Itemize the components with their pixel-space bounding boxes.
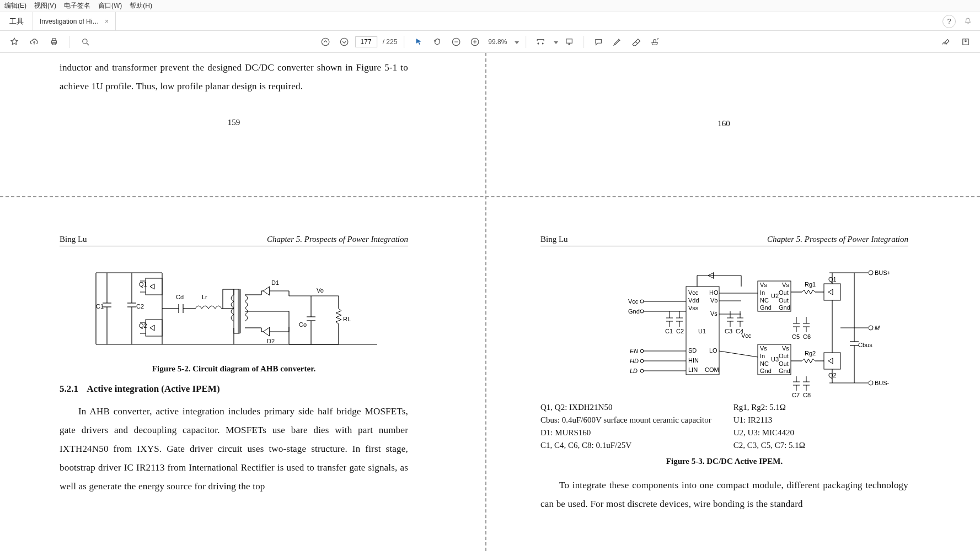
body-paragraph: In AHB converter, active integration inc… xyxy=(60,402,408,496)
share-icon[interactable] xyxy=(958,34,973,50)
pointer-tool-icon[interactable] xyxy=(411,34,426,50)
svg-text:Out: Out xyxy=(779,297,789,304)
svg-text:Gnd: Gnd xyxy=(760,304,772,311)
body-paragraph: inductor and transformer prevent the des… xyxy=(60,58,408,96)
svg-text:SD: SD xyxy=(688,347,697,354)
svg-text:Gnd: Gnd xyxy=(628,308,640,315)
menu-sign[interactable]: 电子签名 xyxy=(64,1,90,10)
svg-text:Vcc: Vcc xyxy=(688,289,699,296)
menu-window[interactable]: 窗口(W) xyxy=(98,1,122,10)
svg-point-81 xyxy=(869,381,873,385)
page-down-icon[interactable] xyxy=(336,34,352,50)
help-icon[interactable]: ? xyxy=(942,15,956,28)
menu-help[interactable]: 帮助(H) xyxy=(130,1,152,10)
tab-strip: 工具 Investigation of Hig... × ? xyxy=(0,12,980,31)
page-number-input[interactable] xyxy=(355,36,377,47)
svg-rect-27 xyxy=(146,278,162,295)
svg-text:Out: Out xyxy=(779,353,789,359)
tab-tools[interactable]: 工具 xyxy=(0,12,33,30)
svg-rect-1 xyxy=(52,39,56,41)
comment-icon[interactable] xyxy=(591,34,606,50)
fit-width-icon[interactable] xyxy=(533,34,548,50)
reflow-icon[interactable] xyxy=(561,34,577,50)
svg-text:Vb: Vb xyxy=(710,297,717,304)
svg-text:Vs: Vs xyxy=(782,282,789,288)
svg-text:Lr: Lr xyxy=(202,294,207,300)
running-header: Bing Lu Chapter 5. Prospects of Power In… xyxy=(60,235,408,246)
section-number: 5.2.1 xyxy=(60,383,78,394)
svg-text:Vdd: Vdd xyxy=(688,297,699,304)
print-icon[interactable] xyxy=(46,34,62,50)
part-spec: U2, U3: MIC4420 xyxy=(733,428,805,437)
body-paragraph: To integrate these components into one c… xyxy=(540,476,908,514)
svg-text:C6: C6 xyxy=(803,333,811,340)
part-spec: Rg1, Rg2: 5.1Ω xyxy=(733,403,805,412)
svg-point-3 xyxy=(83,39,87,43)
svg-text:Vs: Vs xyxy=(760,345,767,352)
svg-text:Vcc: Vcc xyxy=(741,332,752,339)
page-up-icon[interactable] xyxy=(318,34,333,50)
svg-text:HIN: HIN xyxy=(688,357,699,364)
svg-rect-8 xyxy=(566,39,572,43)
figure-5-2-schematic: C1 C2 Q1 Q2 xyxy=(79,256,388,361)
cloud-upload-icon[interactable] xyxy=(26,34,42,50)
svg-text:C7: C7 xyxy=(792,392,800,398)
figure-5-3-schematic: BUS+ BUS- M Q1 Q2 xyxy=(559,256,890,399)
section-title: Active integration (Active IPEM) xyxy=(87,383,219,394)
svg-point-5 xyxy=(340,38,348,46)
svg-text:C1: C1 xyxy=(96,303,104,310)
svg-rect-86 xyxy=(824,284,840,300)
highlight-icon[interactable] xyxy=(609,34,625,50)
fit-dropdown-icon[interactable] xyxy=(551,38,558,46)
svg-text:Vs: Vs xyxy=(710,310,717,317)
svg-text:C2: C2 xyxy=(676,328,684,334)
svg-point-4 xyxy=(322,38,329,46)
star-icon[interactable] xyxy=(7,34,22,50)
erase-icon[interactable] xyxy=(628,34,644,50)
tab-document[interactable]: Investigation of Hig... × xyxy=(33,12,116,30)
svg-text:C1: C1 xyxy=(665,328,673,334)
svg-text:Gnd: Gnd xyxy=(779,304,790,311)
svg-text:HD: HD xyxy=(630,358,639,364)
zoom-dropdown-icon[interactable] xyxy=(512,38,519,46)
svg-text:M: M xyxy=(875,325,880,331)
svg-text:Rg1: Rg1 xyxy=(805,281,816,288)
author-label: Bing Lu xyxy=(60,235,87,244)
part-spec: Cbus: 0.4uF/600V surface mount ceramic c… xyxy=(540,415,711,425)
sign-icon[interactable] xyxy=(938,34,954,50)
svg-text:In: In xyxy=(760,353,765,359)
tab-close-icon[interactable]: × xyxy=(105,18,109,25)
menu-view[interactable]: 视图(V) xyxy=(34,1,56,10)
zoom-in-icon[interactable] xyxy=(467,34,483,50)
svg-text:Q2: Q2 xyxy=(139,322,147,329)
document-viewport[interactable]: inductor and transformer prevent the des… xyxy=(0,53,980,551)
svg-text:Vcc: Vcc xyxy=(628,298,639,305)
toolbar: / 225 99.8% xyxy=(0,31,980,53)
svg-text:U3: U3 xyxy=(771,356,779,363)
svg-text:NC: NC xyxy=(760,297,769,304)
svg-point-194 xyxy=(640,349,644,353)
svg-text:C8: C8 xyxy=(803,392,811,398)
svg-text:COM: COM xyxy=(705,366,719,373)
part-spec: D1: MURS160 xyxy=(540,428,711,437)
svg-text:C2: C2 xyxy=(136,303,144,310)
notifications-icon[interactable] xyxy=(961,15,974,28)
svg-text:RL: RL xyxy=(343,316,351,322)
running-header: Bing Lu Chapter 5. Prospects of Power In… xyxy=(540,235,908,246)
part-spec: C1, C4, C6, C8: 0.1uF/25V xyxy=(540,441,711,450)
svg-text:Cd: Cd xyxy=(176,294,184,300)
svg-text:Co: Co xyxy=(299,321,307,328)
part-spec: U1: IR2113 xyxy=(733,415,805,425)
svg-text:NC: NC xyxy=(760,360,769,367)
svg-text:C3: C3 xyxy=(725,328,732,334)
svg-text:HO: HO xyxy=(709,289,719,296)
zoom-out-icon[interactable] xyxy=(448,34,464,50)
svg-text:Rg2: Rg2 xyxy=(805,350,816,356)
search-icon[interactable] xyxy=(78,34,93,50)
chapter-label: Chapter 5. Prospects of Power Integratio… xyxy=(767,235,908,244)
hand-tool-icon[interactable] xyxy=(430,34,445,50)
menu-edit[interactable]: 编辑(E) xyxy=(4,1,26,10)
svg-text:BUS-: BUS- xyxy=(875,380,890,386)
figure-5-2-caption: Figure 5-2. Circuit diagram of AHB conve… xyxy=(60,364,408,374)
stamp-icon[interactable] xyxy=(647,34,662,50)
